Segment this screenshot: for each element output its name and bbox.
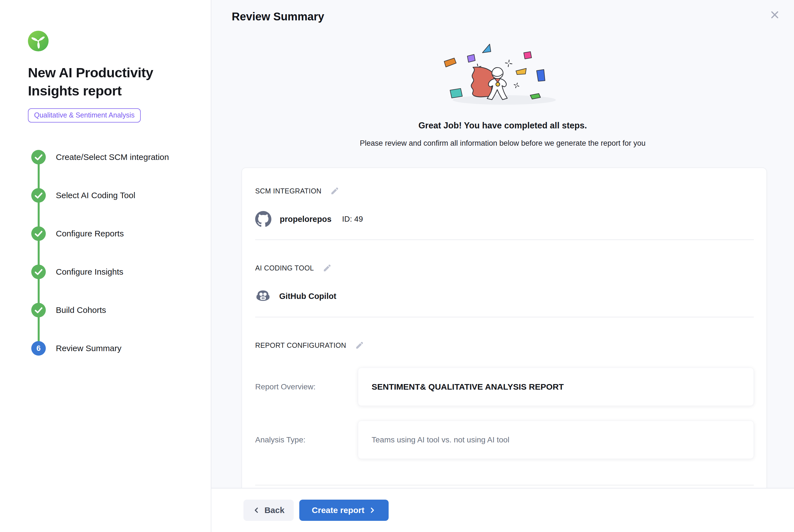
step-review-summary[interactable]: 6 Review Summary — [31, 341, 200, 356]
sidebar: New AI Productivity Insights report Qual… — [0, 0, 211, 532]
step-label: Configure Reports — [56, 229, 124, 239]
analysis-type-value: Teams using AI tool vs. not using AI too… — [358, 421, 754, 459]
scm-integration-value-row: propelorepos ID: 49 — [255, 211, 754, 227]
step-label: Configure Insights — [56, 267, 124, 277]
scm-integration-section-header: SCM INTEGRATION — [255, 186, 754, 196]
stepper-connector-line — [38, 157, 40, 348]
wizard-title: New AI Productivity Insights report — [28, 64, 186, 100]
report-overview-value: SENTIMENT& QUALITATIVE ANALYSIS REPORT — [358, 367, 754, 406]
step-label: Build Cohorts — [56, 305, 106, 315]
step-complete-check-icon — [31, 265, 46, 279]
section-label: AI CODING TOOL — [255, 264, 314, 272]
step-label: Review Summary — [56, 344, 121, 353]
step-configure-insights[interactable]: Configure Insights — [31, 265, 200, 279]
ai-coding-tool-value-row: GitHub Copilot — [255, 288, 754, 304]
celebration-illustration — [441, 42, 564, 110]
panel-title: Review Summary — [232, 10, 776, 23]
ai-coding-tool-name: GitHub Copilot — [279, 292, 336, 301]
section-divider — [255, 485, 754, 486]
chevron-right-icon — [368, 506, 376, 514]
step-number-badge: 6 — [31, 341, 46, 356]
step-complete-check-icon — [31, 303, 46, 317]
analysis-type-row: Analysis Type: Teams using AI tool vs. n… — [255, 421, 754, 459]
panel-header: Review Summary — [211, 0, 794, 23]
step-select-ai-coding-tool[interactable]: Select AI Coding Tool — [31, 188, 200, 203]
scm-integration-id: ID: 49 — [342, 215, 363, 224]
section-divider — [255, 240, 754, 240]
section-label: SCM INTEGRATION — [255, 187, 321, 195]
step-label: Create/Select SCM integration — [56, 152, 169, 162]
edit-scm-pencil-icon[interactable] — [330, 186, 340, 196]
step-complete-check-icon — [31, 226, 46, 241]
edit-report-config-pencil-icon[interactable] — [355, 340, 365, 350]
chevron-left-icon — [253, 506, 261, 514]
github-copilot-icon — [255, 288, 271, 304]
step-build-cohorts[interactable]: Build Cohorts — [31, 303, 200, 317]
congrats-subtitle: Please review and confirm all informatio… — [211, 139, 794, 148]
panel-content: Great Job! You have completed all steps.… — [211, 23, 794, 488]
step-create-select-scm-integration[interactable]: Create/Select SCM integration — [31, 150, 200, 165]
create-report-button-label: Create report — [312, 506, 364, 515]
back-button[interactable]: Back — [243, 500, 294, 521]
close-icon[interactable] — [768, 8, 781, 21]
report-overview-label: Report Overview: — [255, 382, 358, 391]
report-type-badge: Qualitative & Sentiment Analysis — [28, 108, 141, 122]
report-configuration-section-header: REPORT CONFIGURATION — [255, 340, 754, 350]
review-summary-panel: Review Summary — [211, 0, 794, 532]
step-configure-reports[interactable]: Configure Reports — [31, 226, 200, 241]
propel-logo-icon — [28, 31, 49, 51]
edit-ai-tool-pencil-icon[interactable] — [322, 263, 332, 273]
step-label: Select AI Coding Tool — [56, 191, 135, 200]
create-report-button[interactable]: Create report — [299, 500, 389, 521]
report-overview-row: Report Overview: SENTIMENT& QUALITATIVE … — [255, 367, 754, 406]
report-wizard-window: New AI Productivity Insights report Qual… — [0, 0, 794, 532]
step-complete-check-icon — [31, 188, 46, 203]
back-button-label: Back — [264, 506, 284, 515]
step-complete-check-icon — [31, 150, 46, 165]
review-card: SCM INTEGRATION propelorepos — [242, 168, 767, 488]
github-icon — [255, 211, 271, 227]
wizard-footer: Back Create report — [211, 488, 794, 532]
stepper: Create/Select SCM integration Select AI … — [31, 150, 200, 356]
ai-coding-tool-section-header: AI CODING TOOL — [255, 263, 754, 273]
analysis-type-label: Analysis Type: — [255, 435, 358, 444]
section-label: REPORT CONFIGURATION — [255, 341, 346, 349]
scm-integration-name: propelorepos — [280, 215, 332, 224]
section-divider — [255, 317, 754, 317]
congrats-title: Great Job! You have completed all steps. — [211, 120, 794, 131]
